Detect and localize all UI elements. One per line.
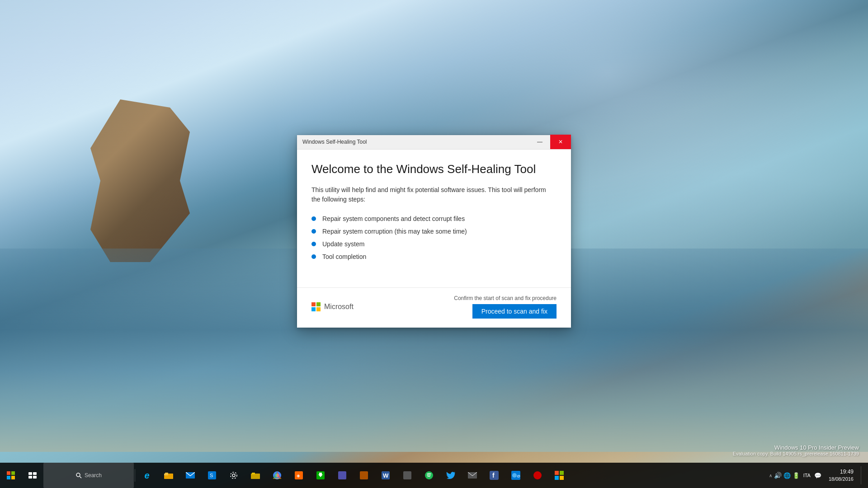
search-bar[interactable]: Search: [43, 463, 134, 488]
tray-icon-network[interactable]: 🌐: [783, 472, 791, 479]
window-description: This utility will help find and might fi…: [311, 185, 557, 204]
svg-rect-43: [560, 476, 564, 480]
svg-rect-4: [28, 472, 32, 475]
desktop: Windows Self-Healing Tool — ✕ Welcome to…: [0, 0, 868, 488]
confirm-text: Confirm the start of scan and fix proced…: [454, 295, 557, 301]
svg-rect-1: [11, 471, 15, 475]
tray-icon-sound[interactable]: 🔊: [774, 472, 782, 479]
microsoft-text: Microsoft: [324, 303, 354, 311]
taskbar-separator-1: [135, 469, 135, 482]
ms-square-yellow: [316, 307, 321, 311]
svg-text:@: @: [517, 474, 520, 478]
app-icon-1[interactable]: ◈: [288, 463, 310, 488]
mail-button[interactable]: [179, 463, 201, 488]
file-manager-button[interactable]: [245, 463, 266, 488]
ms-square-green: [316, 302, 321, 306]
tray-icon-action-center[interactable]: 💬: [814, 472, 821, 479]
microsoft-logo: Microsoft: [311, 302, 354, 311]
minimize-button[interactable]: —: [529, 135, 550, 149]
svg-rect-28: [360, 471, 368, 479]
window-title: Windows Self-Healing Tool: [302, 139, 367, 145]
microsoft-logo-grid: [311, 302, 321, 311]
chrome-button[interactable]: [266, 463, 288, 488]
svg-text:W: W: [383, 472, 389, 479]
start-button[interactable]: [0, 463, 22, 488]
facebook-button[interactable]: f: [483, 463, 505, 488]
step-label-3: Update system: [322, 240, 364, 248]
self-healing-tool-window: Windows Self-Healing Tool — ✕ Welcome to…: [297, 135, 571, 328]
word-button[interactable]: W: [375, 463, 396, 488]
svg-point-17: [231, 472, 237, 479]
svg-rect-27: [338, 471, 346, 479]
file-explorer-button[interactable]: [158, 463, 179, 488]
step-item-3: Update system: [311, 240, 557, 248]
settings-button[interactable]: [223, 463, 245, 488]
ms-square-red: [311, 302, 316, 306]
window-heading: Welcome to the Windows Self-Healing Tool: [311, 162, 557, 176]
svg-rect-6: [28, 476, 32, 479]
tray-icon-language[interactable]: ITA: [802, 473, 812, 478]
ms-square-blue: [311, 307, 316, 311]
show-desktop-button[interactable]: [861, 466, 864, 484]
step-dot-2: [311, 229, 316, 234]
outlook-button[interactable]: @: [505, 463, 527, 488]
step-item-1: Repair system components and detect corr…: [311, 215, 557, 222]
app-icon-4[interactable]: [396, 463, 418, 488]
store-button[interactable]: S: [201, 463, 223, 488]
window-titlebar: Windows Self-Healing Tool — ✕: [297, 135, 571, 150]
steps-list: Repair system components and detect corr…: [311, 215, 557, 260]
close-button[interactable]: ✕: [550, 135, 571, 149]
svg-rect-31: [403, 471, 411, 479]
svg-point-32: [425, 471, 433, 479]
svg-text:◈: ◈: [297, 473, 300, 478]
step-item-2: Repair system corruption (this may take …: [311, 228, 557, 235]
taskbar-right: ∧ 🔊 🌐 🔋 ITA 💬 19:49 18/08/2016: [767, 466, 868, 484]
svg-line-9: [80, 477, 81, 479]
window-overlay: Windows Self-Healing Tool — ✕ Welcome to…: [0, 0, 868, 463]
step-label-1: Repair system components and detect corr…: [322, 215, 465, 222]
svg-rect-40: [555, 471, 559, 475]
proceed-button[interactable]: Proceed to scan and fix: [472, 304, 557, 319]
svg-rect-7: [33, 476, 37, 479]
taskbar: Search e: [0, 463, 868, 488]
taskbar-date-display: 18/08/2016: [829, 476, 854, 483]
step-dot-4: [311, 254, 316, 259]
app-icon-3[interactable]: [353, 463, 375, 488]
email-button[interactable]: [462, 463, 483, 488]
svg-text:S: S: [210, 473, 213, 478]
windows-store-button[interactable]: [548, 463, 570, 488]
taskbar-left: Search e: [0, 463, 570, 488]
app-icon-2[interactable]: [331, 463, 353, 488]
svg-point-8: [76, 473, 80, 477]
window-footer: Microsoft Confirm the start of scan and …: [297, 287, 571, 328]
twitter-button[interactable]: [440, 463, 462, 488]
app-icon-5[interactable]: [527, 463, 548, 488]
spotify-button[interactable]: [418, 463, 440, 488]
task-view-button[interactable]: [22, 463, 43, 488]
search-placeholder: Search: [85, 472, 102, 479]
svg-rect-0: [7, 471, 10, 475]
download-button[interactable]: [310, 463, 331, 488]
svg-rect-41: [560, 471, 564, 475]
svg-point-39: [533, 471, 542, 479]
footer-right: Confirm the start of scan and fix proced…: [454, 295, 557, 319]
svg-text:f: f: [492, 472, 495, 479]
step-item-4: Tool completion: [311, 253, 557, 260]
system-tray-icons: ∧ 🔊 🌐 🔋 ITA 💬: [767, 472, 823, 479]
tray-icon-battery[interactable]: 🔋: [793, 472, 800, 479]
window-controls: — ✕: [529, 135, 571, 149]
svg-rect-5: [33, 472, 37, 475]
svg-rect-42: [555, 476, 559, 480]
taskbar-clock[interactable]: 19:49 18/08/2016: [825, 468, 857, 483]
svg-rect-26: [319, 473, 322, 475]
edge-button[interactable]: e: [136, 463, 158, 488]
step-dot-3: [311, 242, 316, 246]
tray-icon-arrow[interactable]: ∧: [769, 473, 772, 478]
step-dot-1: [311, 216, 316, 221]
svg-rect-19: [252, 473, 255, 474]
window-body: Welcome to the Windows Self-Healing Tool…: [297, 150, 571, 287]
step-label-2: Repair system corruption (this may take …: [322, 228, 467, 235]
svg-rect-12: [165, 473, 168, 474]
edge-icon: e: [144, 470, 149, 481]
taskbar-time-display: 19:49: [829, 468, 854, 476]
